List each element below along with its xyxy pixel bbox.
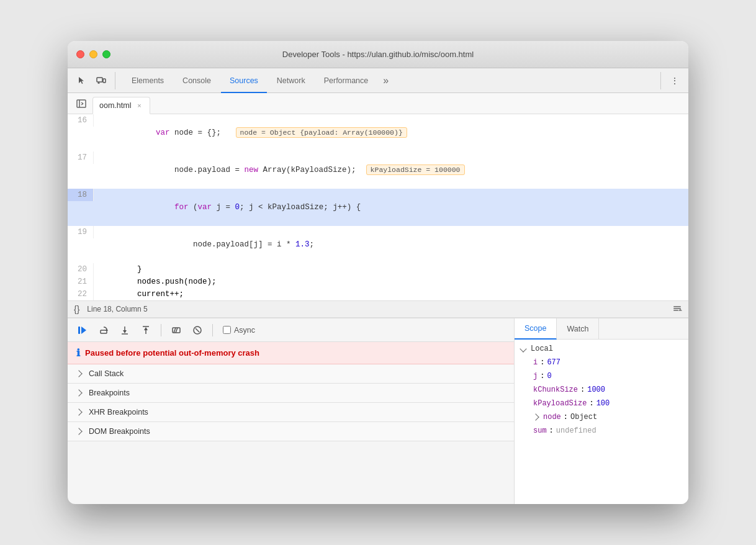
pause-exceptions-button[interactable]	[189, 322, 206, 339]
file-tab-oom[interactable]: oom.html ×	[92, 97, 150, 114]
code-content-18: for (var j = 0; j < kPayloadSize; j++) {	[94, 189, 688, 226]
line-num-22: 22	[68, 288, 94, 300]
step-out-button[interactable]	[137, 322, 155, 339]
titlebar: Developer Tools - https://ulan.github.io…	[68, 41, 688, 68]
dom-breakpoints-section[interactable]: DOM Breakpoints	[68, 422, 514, 441]
main-tabs: Elements Console Sources Network Perform…	[123, 68, 658, 93]
tooltip-node: node = Object {payload: Array(100000)}	[236, 127, 407, 138]
devtools-window: Developer Tools - https://ulan.github.io…	[68, 41, 688, 504]
chevron-right-icon	[75, 408, 82, 415]
tab-watch[interactable]: Watch	[557, 318, 599, 340]
file-tab-name: oom.html	[99, 101, 131, 110]
toolbar-icons	[73, 72, 115, 89]
chevron-right-icon	[75, 370, 82, 377]
settings-icon[interactable]: ⋮	[666, 72, 683, 89]
code-content-22: current++;	[94, 288, 688, 300]
more-tabs-button[interactable]: »	[378, 75, 394, 86]
pretty-print-icon[interactable]: {}	[74, 304, 79, 314]
code-content-20: }	[94, 263, 688, 276]
traffic-lights	[76, 50, 110, 58]
resume-button[interactable]	[74, 322, 91, 339]
maximize-button[interactable]	[102, 50, 110, 58]
code-content-19: node.payload[j] = i * 1.3;	[94, 226, 688, 263]
cursor-icon[interactable]	[73, 72, 90, 89]
xhr-breakpoints-label: XHR Breakpoints	[89, 408, 148, 417]
line-num-18: 18	[68, 189, 94, 201]
svg-marker-20	[123, 330, 127, 333]
tab-performance[interactable]: Performance	[315, 68, 377, 93]
svg-marker-23	[144, 327, 148, 330]
scope-key-sum: sum	[533, 425, 547, 436]
info-icon: ℹ	[76, 347, 80, 359]
call-stack-label: Call Stack	[89, 369, 124, 378]
code-editor: 16 var node = {}; node = Object {payload…	[68, 114, 688, 300]
file-tabbar: oom.html ×	[68, 93, 688, 114]
code-content-16: var node = {}; node = Object {payload: A…	[94, 114, 688, 151]
window-title: Developer Tools - https://ulan.github.io…	[282, 50, 474, 59]
code-line-20: 20 }	[68, 263, 688, 276]
scope-key-kChunkSize: kChunkSize	[533, 384, 578, 395]
scope-val-kPayloadSize: 100	[596, 398, 610, 409]
scope-row-kPayloadSize: kPayloadSize : 100	[521, 397, 682, 410]
tab-elements[interactable]: Elements	[123, 68, 173, 93]
scope-group-header[interactable]: Local	[521, 345, 682, 353]
tab-console[interactable]: Console	[174, 68, 220, 93]
scope-content: Local i : 677 j : 0 kChunkSize :	[515, 340, 688, 504]
toolbar-end: ⋮	[660, 72, 683, 89]
right-panel: Scope Watch Local i : 677	[515, 318, 688, 504]
code-line-21: 21 nodes.push(node);	[68, 276, 688, 288]
svg-line-7	[81, 104, 83, 105]
svg-rect-8	[673, 306, 681, 307]
scope-row-sum: sum : undefined	[521, 424, 682, 438]
file-tab-close[interactable]: ×	[135, 101, 143, 110]
close-button[interactable]	[76, 50, 84, 58]
cursor-position: Line 18, Column 5	[87, 305, 147, 313]
xhr-breakpoints-section[interactable]: XHR Breakpoints	[68, 403, 514, 422]
code-line-16: 16 var node = {}; node = Object {payload…	[68, 114, 688, 151]
svg-rect-1	[103, 79, 106, 83]
svg-rect-0	[97, 78, 102, 82]
svg-rect-10	[673, 310, 678, 311]
blackbox-button[interactable]	[168, 322, 185, 339]
scope-group-local: Local i : 677 j : 0 kChunkSize :	[521, 345, 682, 438]
step-over-button[interactable]	[95, 322, 112, 339]
code-content-17: node.payload = new Array(kPayloadSize);k…	[94, 151, 688, 189]
async-checkbox-input[interactable]	[223, 326, 231, 334]
scope-val-j: 0	[547, 371, 551, 382]
debug-toolbar: Async	[68, 318, 514, 342]
scope-key-node: node	[543, 412, 561, 423]
sidebar-toggle[interactable]	[73, 96, 90, 111]
devtools-toolbar: Elements Console Sources Network Perform…	[68, 68, 688, 93]
svg-rect-9	[673, 308, 681, 309]
svg-rect-4	[77, 100, 86, 107]
format-toggle[interactable]	[672, 304, 682, 315]
chevron-down-icon	[520, 345, 526, 352]
async-checkbox[interactable]: Async	[223, 326, 255, 335]
minimize-button[interactable]	[89, 50, 97, 58]
debug-separator	[161, 324, 161, 336]
scope-key-j: j	[533, 371, 538, 382]
scope-row-node[interactable]: node : Object	[521, 410, 682, 424]
tab-scope[interactable]: Scope	[515, 318, 557, 340]
call-stack-section[interactable]: Call Stack	[68, 364, 514, 384]
scope-val-node: Object	[570, 412, 597, 423]
chevron-right-icon	[75, 389, 82, 396]
line-num-21: 21	[68, 276, 94, 288]
scope-row-j: j : 0	[521, 369, 682, 383]
scope-row-i: i : 677	[521, 356, 682, 369]
step-into-button[interactable]	[116, 322, 133, 339]
oom-warning: ℹ Paused before potential out-of-memory …	[68, 342, 514, 364]
code-line-22: 22 current++;	[68, 288, 688, 300]
tooltip-payload: kPayloadSize = 100000	[366, 164, 465, 175]
tab-network[interactable]: Network	[268, 68, 314, 93]
line-num-20: 20	[68, 263, 94, 276]
breakpoints-section[interactable]: Breakpoints	[68, 384, 514, 403]
svg-line-27	[176, 328, 178, 333]
scope-row-kChunkSize: kChunkSize : 1000	[521, 383, 682, 397]
scope-watch-tabs: Scope Watch	[515, 318, 688, 340]
debugger-section: Async ℹ Paused before potential out-of-m…	[68, 318, 688, 504]
line-num-16: 16	[68, 114, 94, 127]
device-mode-icon[interactable]	[92, 72, 110, 89]
scope-key-i: i	[533, 357, 538, 368]
tab-sources[interactable]: Sources	[221, 68, 267, 93]
